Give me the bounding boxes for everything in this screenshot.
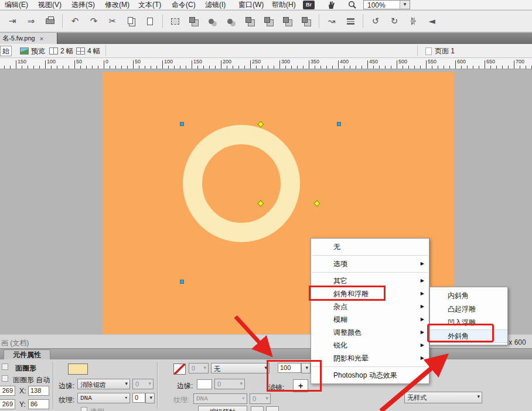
fill-texture-dropdown[interactable]: DNA (77, 393, 130, 403)
ruler-tick (192, 60, 192, 69)
y-field[interactable]: 86 (28, 399, 49, 409)
two-up-button[interactable]: 2 幅 (49, 46, 73, 56)
marquee-icon[interactable] (168, 14, 183, 28)
shape-handle-bottom-left[interactable] (180, 280, 184, 284)
paste-icon[interactable] (142, 14, 158, 28)
stroke-color-swatch[interactable] (173, 364, 186, 375)
width-field[interactable]: 269 (0, 386, 15, 396)
menu-7[interactable]: 滤镜(I) (202, 1, 229, 9)
menu-3[interactable]: 选择(S) (68, 1, 98, 9)
fill-texture-amount-field[interactable]: 0 (132, 393, 145, 403)
divider (105, 45, 106, 56)
zoom-level-dropdown[interactable]: 100% ▼ (363, 0, 410, 9)
menu-item-10[interactable]: Photoshop 动态效果 (311, 369, 429, 382)
menu-1[interactable]: 编辑(E) (1, 1, 32, 9)
bridge-icon[interactable]: Br (303, 1, 315, 9)
ruler-tick (45, 60, 46, 69)
undo-icon[interactable]: ↶ (67, 14, 83, 28)
print-icon[interactable] (42, 14, 57, 28)
menu-6[interactable]: 命令(C) (168, 1, 199, 9)
edit-stroke-button[interactable]: 编辑笔触 (198, 406, 247, 411)
menu-item-7[interactable]: 调整颜色▶ (311, 326, 429, 339)
menu-item-9[interactable]: 阴影和光晕▶ (311, 352, 429, 365)
bring-forward-icon[interactable] (280, 14, 295, 28)
submenu-item-4[interactable]: 外斜角 (430, 330, 507, 343)
rotate-cw-icon[interactable]: ↻ (387, 14, 402, 28)
menu-item-6[interactable]: 模糊▶ (311, 313, 429, 326)
ruler-label: 500 (398, 59, 407, 64)
zoom-dropdown-arrow-icon[interactable]: ▼ (400, 1, 410, 9)
menu-item-2[interactable]: 选项▶ (311, 257, 429, 270)
tab-symbol-properties[interactable]: 元件属性 (4, 349, 50, 360)
import-icon[interactable]: ⇥ (5, 14, 20, 28)
ruler-tick (156, 66, 157, 69)
stroke-edge-preview[interactable] (197, 379, 212, 389)
menu-item-4[interactable]: 斜角和浮雕▶ (311, 287, 429, 300)
menu-9[interactable]: 帮助(H) (268, 1, 299, 9)
shape-name-label: 面圈形 (15, 364, 36, 373)
align-icon[interactable] (343, 14, 358, 28)
tab-close-icon[interactable]: × (40, 35, 43, 42)
ruler-label: 150 (18, 59, 26, 64)
ruler-label: 250 (252, 59, 261, 64)
opacity-field[interactable]: 100 (278, 363, 301, 373)
add-filter-button[interactable]: + (293, 379, 308, 392)
export-icon[interactable]: ⇒ (23, 14, 39, 28)
redo-icon[interactable]: ↷ (86, 14, 101, 28)
stroke-category-dropdown[interactable]: 无 (211, 363, 270, 373)
preview-label: 预览 (31, 46, 45, 56)
menu-item-8[interactable]: 锐化▶ (311, 339, 429, 352)
menu-item-label: 阴影和光晕 (333, 354, 369, 362)
opacity-dropdown-arrow[interactable] (301, 363, 311, 373)
hand-icon[interactable] (327, 1, 336, 9)
magnifier-icon[interactable] (348, 1, 357, 9)
bring-front-icon[interactable] (261, 14, 277, 28)
send-back-icon[interactable] (299, 14, 314, 28)
flip-horizontal-icon[interactable] (405, 14, 421, 28)
ruler-tick (127, 66, 128, 69)
stroke-edge-label: 边缘: (177, 381, 193, 391)
menu-item-5[interactable]: 杂点▶ (311, 300, 429, 313)
ruler-tick (22, 66, 22, 69)
height-field[interactable]: 269 (0, 399, 15, 409)
transparent-checkbox[interactable] (81, 407, 87, 411)
document-tab[interactable]: 名-5.fw.png × (0, 33, 57, 44)
page-selector[interactable]: 页面 1 (425, 46, 455, 56)
preview-button[interactable]: 预览 (20, 46, 45, 56)
ruler-tick (291, 66, 292, 69)
path-icon[interactable]: ↝ (324, 14, 339, 28)
view-mode-bar: 始 预览 2 幅 4 幅 页面 1 (0, 44, 532, 58)
cut-icon[interactable]: ✂ (105, 14, 120, 28)
ruler-tick (391, 66, 391, 69)
style-dropdown[interactable]: 无样式 (404, 392, 482, 403)
x-field[interactable]: 138 (28, 386, 49, 396)
fill-texture-amount-arrow[interactable] (145, 393, 155, 403)
menu-5[interactable]: 文本(T) (135, 1, 165, 9)
original-view-button[interactable]: 始 (0, 46, 12, 56)
tile-icon[interactable] (186, 14, 202, 28)
submenu-item-1[interactable]: 内斜角 (430, 289, 507, 303)
redo-icon: ↷ (90, 16, 98, 26)
fill-edge-dropdown[interactable]: 消除锯齿 (77, 379, 130, 389)
doughnut-shape[interactable] (183, 125, 300, 242)
rotate-ccw-icon[interactable]: ↺ (368, 14, 383, 28)
group-icon[interactable] (243, 14, 258, 28)
ruler-tick (115, 66, 116, 69)
export-icon: ⇒ (28, 16, 35, 26)
submenu-item-3[interactable]: 凹入浮雕 (430, 316, 507, 330)
submenu-item-2[interactable]: 凸起浮雕 (430, 303, 507, 316)
copy-icon[interactable] (124, 14, 139, 28)
fill-color-swatch[interactable] (68, 364, 88, 375)
menu-4[interactable]: 修改(M) (101, 1, 133, 9)
shape-handle-top-right[interactable] (337, 122, 341, 126)
shape-handle-top-left[interactable] (180, 122, 184, 126)
menu-8[interactable]: 窗口(W) (235, 1, 267, 9)
submenu-arrow-icon: ▶ (421, 287, 424, 300)
menu-item-3[interactable]: 其它▶ (311, 274, 429, 287)
flip-vertical-icon[interactable]: ◄ (424, 14, 439, 28)
union-icon[interactable] (205, 14, 220, 28)
menu-2[interactable]: 视图(V) (35, 1, 65, 9)
punch-icon[interactable] (224, 14, 239, 28)
menu-item-1[interactable]: 无 (311, 240, 429, 253)
four-up-button[interactable]: 4 幅 (76, 46, 100, 56)
